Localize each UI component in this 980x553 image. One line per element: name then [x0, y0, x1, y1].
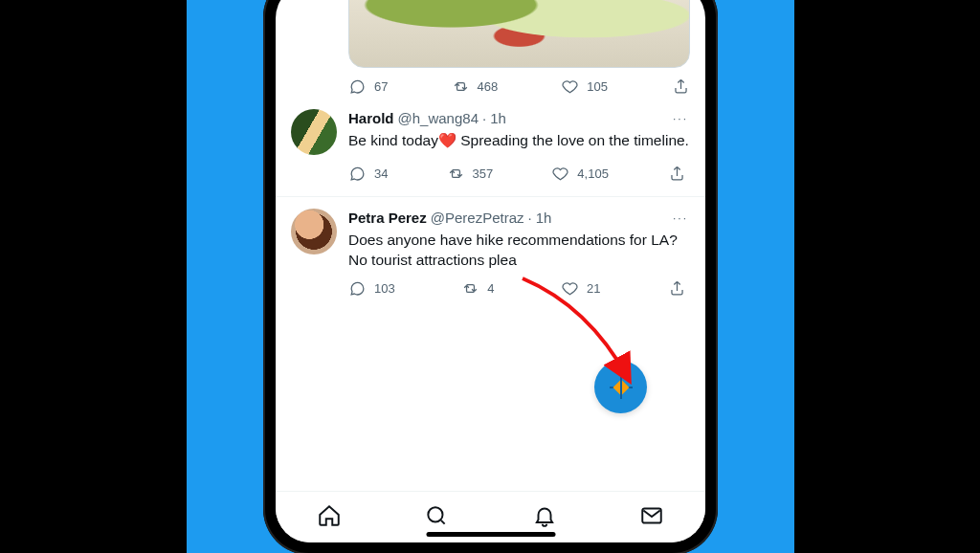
reply-icon [348, 77, 367, 96]
reply-button[interactable]: 34 [348, 165, 388, 183]
tab-notifications[interactable] [532, 503, 557, 532]
heart-emoji: ❤️ [438, 132, 457, 148]
timestamp[interactable]: 1h [536, 209, 552, 228]
tab-search[interactable] [424, 503, 449, 532]
avatar[interactable] [291, 109, 337, 155]
bell-icon [532, 503, 557, 528]
heart-icon [551, 165, 569, 183]
reply-icon [348, 279, 367, 298]
home-icon [317, 503, 342, 528]
share-button[interactable] [668, 165, 686, 183]
author-handle[interactable]: @h_wang84 [398, 109, 479, 128]
share-icon [668, 279, 686, 298]
retweet-count: 4 [487, 281, 494, 296]
retweet-button[interactable]: 468 [452, 77, 499, 96]
reply-button[interactable]: 67 [348, 77, 388, 96]
phone-bezel: gettyimages Wu Meng Li / EyeEm 67 468 [263, 0, 718, 553]
author-name[interactable]: Harold [348, 109, 394, 128]
text-part: Be kind today [348, 132, 438, 148]
tweet-text: Does anyone have hike recommendations fo… [348, 230, 690, 270]
more-button[interactable]: ··· [671, 209, 690, 228]
avatar[interactable] [291, 209, 337, 254]
like-count: 21 [587, 281, 600, 296]
reply-icon [348, 165, 367, 183]
tab-home[interactable] [317, 503, 342, 532]
heart-icon [561, 279, 579, 298]
reply-count: 34 [374, 166, 388, 181]
home-indicator [426, 532, 555, 537]
share-button[interactable] [672, 77, 690, 96]
like-button[interactable]: 105 [561, 77, 608, 96]
tab-messages[interactable] [639, 503, 664, 532]
retweet-count: 468 [478, 79, 499, 94]
tweet-petra[interactable]: Petra Perez @PerezPetraz · 1h ··· Does a… [276, 197, 705, 311]
search-icon [424, 503, 449, 528]
mail-icon [639, 503, 664, 528]
reply-count: 67 [374, 79, 388, 94]
more-button[interactable]: ··· [671, 109, 690, 128]
touch-indicator [594, 361, 647, 413]
retweet-icon [452, 77, 470, 96]
dot-separator: · [527, 209, 531, 228]
share-icon [672, 77, 690, 96]
retweet-button[interactable]: 4 [461, 279, 494, 298]
media-image[interactable]: gettyimages Wu Meng Li / EyeEm [348, 0, 690, 68]
like-count: 4,105 [577, 166, 609, 181]
retweet-button[interactable]: 357 [447, 165, 494, 183]
tweet-media[interactable]: gettyimages Wu Meng Li / EyeEm [348, 0, 690, 68]
tweet-text: Be kind today❤️ Spreading the love on th… [348, 130, 690, 150]
phone-screen: gettyimages Wu Meng Li / EyeEm 67 468 [276, 0, 705, 542]
svg-point-0 [429, 507, 443, 521]
retweet-icon [461, 279, 479, 298]
author-handle[interactable]: @PerezPetraz [431, 209, 524, 228]
heart-icon [561, 77, 579, 96]
tweet-harold[interactable]: Harold @h_wang84 · 1h ··· Be kind today❤… [276, 98, 705, 197]
like-button[interactable]: 21 [561, 279, 600, 298]
like-count: 105 [587, 79, 608, 94]
share-icon [668, 165, 686, 183]
timeline-feed[interactable]: gettyimages Wu Meng Li / EyeEm 67 468 [276, 0, 705, 542]
share-button[interactable] [668, 279, 686, 298]
reply-button[interactable]: 103 [348, 279, 395, 298]
author-name[interactable]: Petra Perez [348, 209, 427, 228]
text-part: Spreading the love on the timeline. [457, 132, 689, 148]
like-button[interactable]: 4,105 [551, 165, 609, 183]
dot-separator: · [482, 109, 486, 128]
touch-marker-icon [612, 379, 629, 395]
retweet-icon [447, 165, 465, 183]
retweet-count: 357 [473, 166, 494, 181]
reply-count: 103 [374, 281, 395, 296]
timestamp[interactable]: 1h [490, 109, 506, 128]
